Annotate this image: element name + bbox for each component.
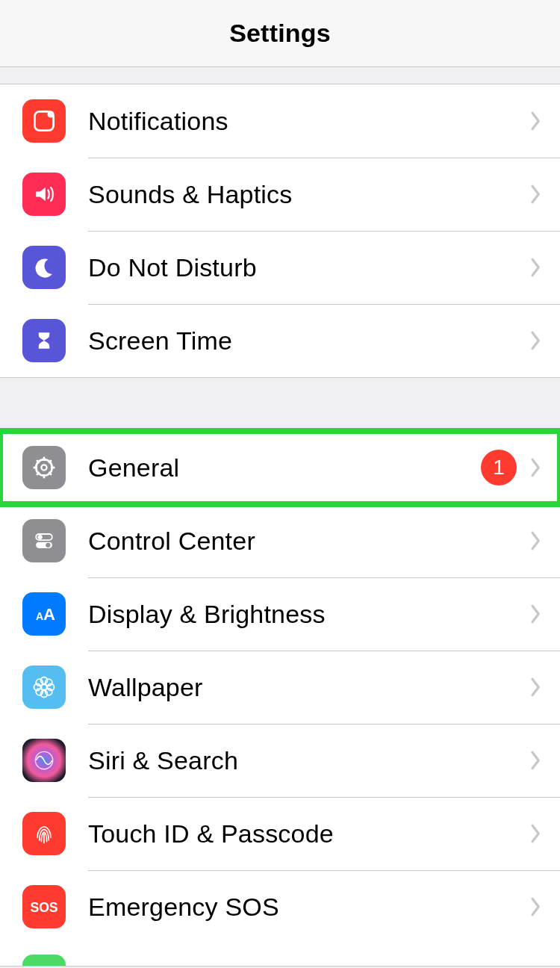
- row-wallpaper[interactable]: Wallpaper: [0, 651, 560, 724]
- row-display[interactable]: AA Display & Brightness: [0, 577, 560, 651]
- row-controlcenter[interactable]: Control Center: [0, 504, 560, 577]
- flower-icon: [22, 666, 66, 709]
- moon-icon: [22, 246, 66, 289]
- group-gap: [0, 378, 560, 430]
- partial-icon: [22, 955, 66, 966]
- chevron-right-icon: [526, 257, 547, 278]
- row-label: Sounds & Haptics: [88, 180, 517, 209]
- speaker-icon: [22, 173, 66, 216]
- row-general[interactable]: General 1: [0, 431, 560, 504]
- chevron-right-icon: [526, 111, 547, 131]
- separator: [88, 651, 560, 651]
- chevron-right-icon: [526, 330, 547, 351]
- notification-badge: 1: [481, 450, 517, 485]
- header: Settings: [0, 0, 560, 67]
- separator: [88, 231, 560, 232]
- row-label: Emergency SOS: [88, 893, 517, 922]
- notifications-icon: [22, 99, 66, 143]
- settings-group-1: Notifications Sounds & Haptics Do Not Di…: [0, 84, 560, 378]
- siri-icon: [22, 739, 66, 782]
- toggles-icon: [22, 519, 66, 562]
- svg-point-1: [48, 111, 55, 118]
- row-label: Display & Brightness: [88, 600, 517, 629]
- fingerprint-icon: [22, 812, 66, 855]
- row-dnd[interactable]: Do Not Disturb: [0, 231, 560, 304]
- svg-point-13: [37, 535, 42, 539]
- chevron-right-icon: [526, 677, 547, 698]
- chevron-right-icon: [526, 184, 547, 205]
- row-label: Touch ID & Passcode: [88, 819, 517, 848]
- row-label: Wallpaper: [88, 673, 517, 702]
- separator: [88, 870, 560, 871]
- separator: [88, 304, 560, 305]
- hourglass-icon: [22, 319, 66, 362]
- row-label: Siri & Search: [88, 746, 517, 775]
- svg-text:A: A: [43, 605, 55, 624]
- separator: [88, 797, 560, 798]
- svg-point-3: [41, 465, 46, 470]
- row-label: Do Not Disturb: [88, 253, 517, 282]
- settings-group-2: General 1 Control Center AA Display & Br…: [0, 430, 560, 967]
- row-screentime[interactable]: Screen Time: [0, 304, 560, 377]
- gear-icon: [22, 446, 66, 489]
- chevron-right-icon: [526, 823, 547, 844]
- chevron-right-icon: [526, 896, 547, 917]
- chevron-right-icon: [526, 604, 547, 624]
- page-title: Settings: [229, 19, 331, 48]
- sos-icon: SOS: [22, 885, 66, 928]
- row-label: Control Center: [88, 527, 517, 556]
- row-touchid[interactable]: Touch ID & Passcode: [0, 797, 560, 870]
- row-notifications[interactable]: Notifications: [0, 84, 560, 158]
- aa-icon: AA: [22, 592, 66, 636]
- separator: [88, 724, 560, 725]
- separator: [88, 158, 560, 158]
- row-label: Notifications: [88, 107, 517, 136]
- group-gap: [0, 67, 560, 84]
- chevron-right-icon: [526, 750, 547, 771]
- separator: [88, 504, 560, 505]
- svg-text:A: A: [36, 610, 43, 622]
- svg-point-15: [46, 543, 50, 547]
- row-label: Screen Time: [88, 326, 517, 356]
- svg-text:SOS: SOS: [30, 900, 57, 915]
- chevron-right-icon: [526, 457, 547, 478]
- row-siri[interactable]: Siri & Search: [0, 724, 560, 797]
- row-sos[interactable]: SOS Emergency SOS: [0, 870, 560, 943]
- chevron-right-icon: [526, 530, 547, 551]
- row-label: General: [88, 453, 481, 483]
- row-partial-next[interactable]: [0, 943, 560, 966]
- row-sounds[interactable]: Sounds & Haptics: [0, 158, 560, 231]
- separator: [88, 577, 560, 578]
